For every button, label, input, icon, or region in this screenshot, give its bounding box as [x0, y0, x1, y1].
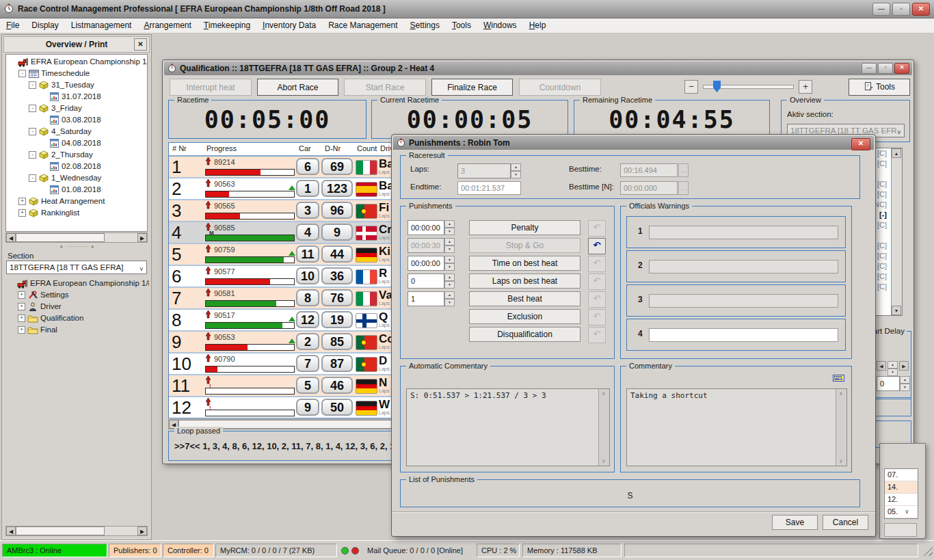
- punishment-button[interactable]: Stop & Go: [469, 238, 581, 253]
- tree-node[interactable]: + Driver: [5, 301, 149, 312]
- tree-expander[interactable]: -: [29, 174, 36, 182]
- tree-expander[interactable]: -: [29, 128, 36, 135]
- close-button[interactable]: ✕: [894, 63, 909, 74]
- car-number[interactable]: 5: [296, 377, 319, 394]
- step-left-icon[interactable]: ◀: [877, 361, 886, 371]
- tree-expander[interactable]: +: [18, 326, 25, 334]
- commentary-textarea[interactable]: Taking a shortcut ∧ ∨: [626, 388, 847, 466]
- punishment-value-spinner[interactable]: 00:00:00 ▲▼: [408, 256, 455, 271]
- tools-button[interactable]: Tools: [849, 79, 910, 96]
- delay-value-spinner[interactable]: 0 ▲▼: [877, 376, 910, 391]
- driver-number[interactable]: 9: [321, 224, 353, 241]
- driver-number[interactable]: 85: [321, 333, 353, 350]
- punishment-button[interactable]: Best heat: [469, 291, 581, 306]
- spin-up-icon[interactable]: ▲: [444, 220, 455, 228]
- tree-node[interactable]: - 31_Tuesday: [6, 79, 147, 91]
- tree-node[interactable]: - 2_Thursday: [6, 149, 147, 161]
- scroll-left-icon[interactable]: ◀: [6, 233, 16, 242]
- laptime-item[interactable]: 14.: [885, 481, 918, 494]
- tree-expander[interactable]: +: [18, 198, 26, 205]
- tree-expander[interactable]: -: [29, 151, 36, 159]
- tree-node[interactable]: + Settings: [5, 289, 149, 301]
- spin-down-icon[interactable]: ▼: [444, 263, 455, 271]
- close-button[interactable]: ✕: [912, 3, 930, 16]
- finalize-race-button[interactable]: Finalize Race: [431, 79, 513, 96]
- interrupt-heat-button[interactable]: Interrupt heat: [170, 79, 252, 96]
- driver-number[interactable]: 46: [321, 377, 353, 394]
- laps-spinner[interactable]: 3 ▲▼: [457, 163, 521, 178]
- menu-item[interactable]: Help: [523, 18, 552, 33]
- spin-down-icon[interactable]: ▼: [444, 281, 455, 289]
- punishment-value-spinner[interactable]: 00:00:30 ▲▼: [408, 238, 455, 253]
- warning-input[interactable]: [649, 260, 838, 274]
- punishment-button[interactable]: Exclusion: [469, 309, 581, 324]
- cancel-button[interactable]: Cancel: [823, 515, 868, 530]
- save-button[interactable]: Save: [772, 515, 818, 530]
- driver-number[interactable]: 19: [321, 311, 353, 328]
- car-number[interactable]: 7: [296, 355, 319, 372]
- tree-node[interactable]: + Rankinglist: [6, 207, 147, 219]
- panel-horizontal-scrollbar[interactable]: ◀ ▶: [5, 526, 148, 536]
- besttime-n-field[interactable]: 00:00.000: [620, 181, 678, 195]
- undo-button[interactable]: ↶: [588, 256, 606, 272]
- textarea-scrollbar[interactable]: ∧ ∨: [598, 389, 609, 466]
- menu-item[interactable]: Arrangement: [137, 18, 197, 33]
- menu-item[interactable]: Timekeeping: [198, 18, 256, 33]
- car-number[interactable]: 6: [296, 158, 319, 175]
- car-number[interactable]: 2: [296, 333, 319, 350]
- slider-plus-button[interactable]: +: [799, 80, 812, 94]
- punishment-value-spinner[interactable]: 0 ▲▼: [408, 274, 455, 289]
- tree-node[interactable]: 31.07.2018: [6, 91, 147, 103]
- endtime-field[interactable]: 00:01:21.537: [457, 181, 521, 195]
- undo-button[interactable]: ↶: [588, 238, 606, 254]
- countdown-button[interactable]: Countdown: [519, 79, 601, 96]
- menu-item[interactable]: File: [0, 18, 25, 33]
- tree-node[interactable]: 02.08.2018: [6, 161, 147, 172]
- driver-number[interactable]: 76: [321, 289, 353, 306]
- driver-number[interactable]: 123: [321, 180, 353, 197]
- slider-minus-button[interactable]: −: [684, 80, 698, 94]
- spin-down-icon[interactable]: ▼: [444, 299, 455, 306]
- car-number[interactable]: 9: [296, 399, 319, 416]
- car-number[interactable]: 8: [296, 289, 319, 306]
- auto-commentary-textarea[interactable]: S: 0:51.537 > 1:21.537 / 3 > 3 ∧ ∨: [406, 388, 610, 466]
- abort-race-button[interactable]: Abort Race: [257, 79, 338, 96]
- maximize-button[interactable]: ▫: [892, 3, 910, 16]
- maximize-button[interactable]: ▫: [878, 63, 893, 74]
- tree-node[interactable]: EFRA European Championship 1/8th: [5, 278, 149, 289]
- close-button[interactable]: ✕: [851, 138, 870, 150]
- spin-down-icon[interactable]: ▼: [444, 245, 455, 253]
- minimize-button[interactable]: —: [872, 3, 890, 16]
- start-race-button[interactable]: Start Race: [344, 79, 426, 96]
- scroll-up-icon[interactable]: ▲: [892, 148, 901, 158]
- slider-handle[interactable]: [713, 81, 721, 92]
- car-number[interactable]: 12: [296, 311, 319, 328]
- car-number[interactable]: 3: [296, 202, 319, 219]
- driver-number[interactable]: 36: [321, 267, 353, 284]
- spin-up-icon[interactable]: ▲: [444, 256, 455, 263]
- laptime-item[interactable]: 12.: [885, 494, 918, 506]
- menu-item[interactable]: Windows: [477, 18, 523, 33]
- punishment-value-spinner[interactable]: 00:00:00 ▲▼: [408, 220, 455, 235]
- punishment-button[interactable]: Disqualification: [469, 327, 581, 342]
- undo-button[interactable]: ↶: [588, 220, 606, 237]
- warning-input[interactable]: [649, 294, 838, 308]
- tree-node[interactable]: - 4_Saturday: [6, 126, 147, 137]
- scroll-right-icon[interactable]: ▶: [137, 526, 147, 535]
- textarea-scrollbar[interactable]: ∧ ∨: [836, 389, 846, 466]
- spin-down-icon[interactable]: ▼: [444, 228, 455, 235]
- punishment-value-spinner[interactable]: 1 ▲▼: [408, 291, 455, 306]
- minimize-button[interactable]: —: [862, 63, 877, 74]
- resize-grip[interactable]: [923, 546, 933, 556]
- tree-node[interactable]: + Heat Arrangement: [6, 196, 147, 207]
- laptime-item[interactable]: 05.: [885, 506, 918, 518]
- tree-expander[interactable]: +: [18, 291, 25, 299]
- tree-expander[interactable]: -: [29, 81, 36, 89]
- tree-expander[interactable]: +: [18, 303, 25, 310]
- car-number[interactable]: 4: [296, 224, 319, 241]
- tree-node[interactable]: - 1_Wednesday: [6, 172, 147, 184]
- tree-node[interactable]: + Final: [5, 324, 149, 336]
- tree-expander[interactable]: -: [18, 70, 26, 77]
- besttime-browse-button[interactable]: …: [678, 163, 689, 177]
- keyboard-icon[interactable]: [833, 373, 844, 384]
